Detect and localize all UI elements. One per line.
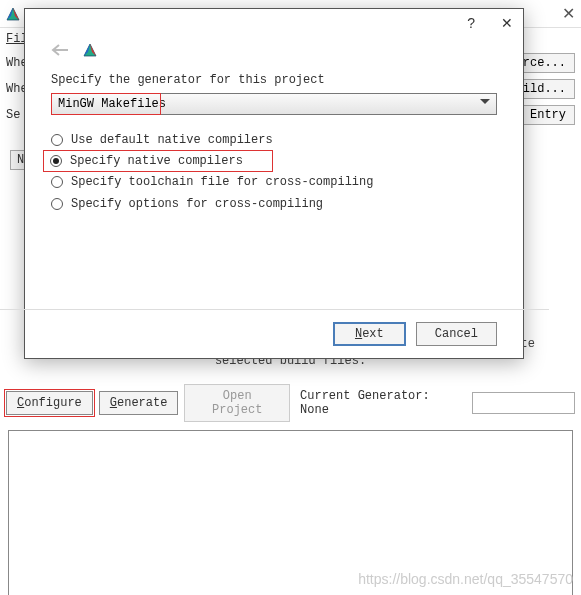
cmake-logo-icon (83, 43, 97, 57)
dialog-backdrop: ? ✕ Specify the generator for this proje… (0, 0, 581, 595)
radio-label: Specify toolchain file for cross-compili… (71, 175, 373, 189)
close-icon[interactable]: ✕ (501, 15, 513, 31)
help-icon[interactable]: ? (467, 15, 475, 31)
compiler-radio-group: Use default native compilers Specify nat… (51, 129, 497, 215)
radio-native-compilers[interactable]: Specify native compilers (44, 151, 272, 171)
generator-dialog: ? ✕ Specify the generator for this proje… (24, 8, 524, 359)
radio-label: Use default native compilers (71, 133, 273, 147)
chevron-down-icon (480, 99, 490, 109)
dialog-titlebar: ? ✕ (25, 9, 523, 37)
radio-default-compilers[interactable]: Use default native compilers (51, 129, 497, 151)
back-arrow-icon[interactable] (51, 43, 69, 57)
next-button[interactable]: Next (333, 322, 406, 346)
radio-icon (51, 176, 63, 188)
dialog-nav (51, 43, 497, 57)
radio-label: Specify options for cross-compiling (71, 197, 323, 211)
radio-cross-options[interactable]: Specify options for cross-compiling (51, 193, 497, 215)
cancel-button[interactable]: Cancel (416, 322, 497, 346)
radio-toolchain-file[interactable]: Specify toolchain file for cross-compili… (51, 171, 497, 193)
radio-label: Specify native compilers (70, 154, 243, 168)
radio-icon (50, 155, 62, 167)
dialog-prompt: Specify the generator for this project (51, 73, 497, 87)
radio-icon (51, 198, 63, 210)
svg-marker-3 (84, 44, 96, 56)
dialog-buttons: Next Cancel (25, 310, 523, 358)
dropdown-value: MinGW Makefiles (58, 97, 166, 111)
radio-icon (51, 134, 63, 146)
generator-dropdown[interactable]: MinGW Makefiles (51, 93, 497, 115)
